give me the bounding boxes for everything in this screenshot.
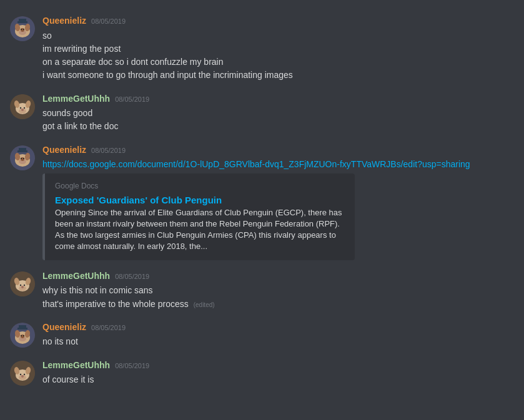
svg-point-25 [21,157,24,161]
message-group: LemmeGetUhhh 08/05/2019 sounds good got … [0,88,524,137]
avatar [10,323,35,348]
message-group: LemmeGetUhhh 08/05/2019 of course it is [0,354,524,390]
message-header: Queenieliz 08/05/2019 [42,15,514,27]
message-header: Queenieliz 08/05/2019 [42,144,514,157]
timestamp: 08/05/2019 [91,323,126,333]
edited-label: (edited) [194,301,215,308]
username: LemmeGetUhhh [42,270,110,283]
svg-point-6 [21,29,22,30]
message-link-line: https://docs.google.com/document/d/1O-lU… [42,159,514,170]
username: Queenieliz [42,144,86,157]
avatar [10,94,35,119]
message-group: Queenieliz 08/05/2019 no its not [0,316,524,352]
message-text: on a separate doc so i dont confuzzle my… [42,56,514,68]
avatar [10,271,35,296]
message-content: Queenieliz 08/05/2019 so im rewriting th… [42,15,514,83]
message-content: LemmeGetUhhh 08/05/2019 why is this not … [42,270,514,311]
svg-point-26 [21,158,22,159]
username: LemmeGetUhhh [42,93,110,105]
message-text: so [42,30,514,42]
embed-description: Opening Since the arrival of Elite Guard… [55,207,345,253]
message-text-edited: that's imperative to the whole process (… [42,298,514,310]
svg-point-37 [21,286,24,288]
svg-rect-49 [19,325,26,330]
svg-rect-29 [19,148,26,152]
timestamp: 08/05/2019 [115,272,149,281]
timestamp: 08/05/2019 [115,95,149,104]
google-docs-link[interactable]: https://docs.google.com/document/d/1O-lU… [42,159,470,169]
messages-container: Queenieliz 08/05/2019 so im rewriting th… [0,0,524,402]
message-group: Queenieliz 08/05/2019 https://docs.googl… [0,139,524,263]
svg-point-36 [24,284,25,285]
svg-point-56 [24,373,25,374]
message-content: LemmeGetUhhh 08/05/2019 sounds good got … [42,93,514,134]
svg-point-55 [20,373,21,374]
message-text: im rewriting the post [42,43,514,55]
svg-point-7 [23,29,24,30]
svg-point-16 [24,107,25,108]
message-text: sounds good [42,107,514,119]
svg-point-46 [21,335,22,336]
embed-title[interactable]: Exposed 'Guardians' of Club Penguin [55,195,222,205]
timestamp: 08/05/2019 [115,361,149,371]
message-header: Queenieliz 08/05/2019 [42,321,514,334]
message-group: Queenieliz 08/05/2019 so im rewriting th… [0,10,524,85]
svg-point-45 [21,335,24,338]
message-text: i want someone to go through and input t… [42,69,514,81]
message-text: got a link to the doc [42,120,514,132]
message-content: Queenieliz 08/05/2019 https://docs.googl… [42,144,514,260]
svg-point-15 [20,107,21,108]
svg-point-57 [21,375,24,378]
message-text: no its not [42,336,514,348]
username: Queenieliz [42,321,86,334]
svg-rect-9 [19,19,26,23]
svg-point-5 [21,28,24,32]
message-group: LemmeGetUhhh 08/05/2019 why is this not … [0,265,524,314]
embed-provider: Google Docs [55,181,345,192]
svg-point-27 [23,158,24,159]
message-content: Queenieliz 08/05/2019 no its not [42,321,514,349]
svg-point-47 [23,335,24,336]
svg-point-35 [20,284,21,285]
message-header: LemmeGetUhhh 08/05/2019 [42,270,514,283]
avatar [10,361,35,386]
message-header: LemmeGetUhhh 08/05/2019 [42,359,514,372]
timestamp: 08/05/2019 [91,17,126,26]
message-text: of course it is [42,374,514,386]
avatar [10,145,35,170]
svg-point-17 [21,109,24,111]
message-header: LemmeGetUhhh 08/05/2019 [42,93,514,105]
username: LemmeGetUhhh [42,359,110,372]
link-embed: Google Docs Exposed 'Guardians' of Club … [42,173,355,260]
username: Queenieliz [42,15,86,27]
avatar [10,16,35,41]
message-text: why is this not in comic sans [42,285,514,296]
timestamp: 08/05/2019 [91,146,126,155]
message-content: LemmeGetUhhh 08/05/2019 of course it is [42,359,514,388]
